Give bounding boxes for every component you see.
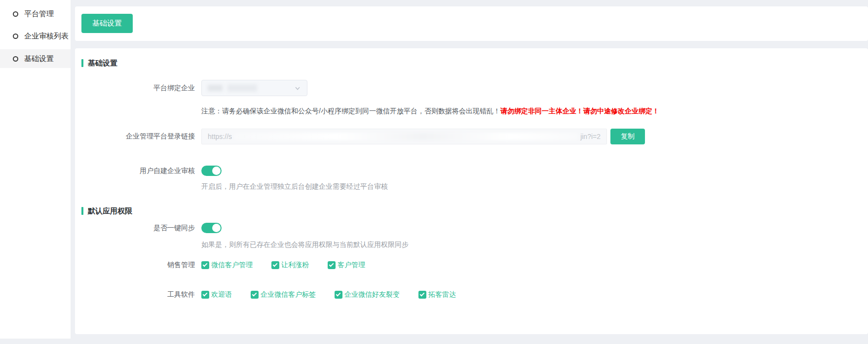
platform-bind-select[interactable] [201,80,307,96]
checkbox-checked-icon [418,291,426,299]
sidebar-item-enterprise-review-list[interactable]: 企业审核列表 [0,25,71,47]
note-warning-text: 请勿绑定非同一主体企业！请勿中途修改企业绑定！ [500,107,659,115]
tab-bar-card: 基础设置 [75,6,868,41]
checkbox-checked-icon [328,261,336,269]
note-normal-text: 注意：请务必确保该企业微信和公众号/小程序绑定到同一微信开放平台，否则数据将会出… [201,107,500,115]
check-icon [203,262,208,267]
sidebar-item-basic-settings[interactable]: 基础设置 [0,49,71,68]
section-accent-bar [81,59,83,67]
checkbox-wechat-customer-management[interactable]: 微信客户管理 [201,261,253,270]
sidebar-item-label: 平台管理 [24,9,54,19]
redacted-text-blob [208,85,223,91]
tool-software-row: 工具软件 欢迎语 企业微信客户标签 企业微信好友裂变 拓客雷达 [81,290,868,299]
platform-bind-note-row: 注意：请务必确保该企业微信和公众号/小程序绑定到同一微信开放平台，否则数据将会出… [81,107,868,116]
checkbox-customer-radar[interactable]: 拓客雷达 [418,290,456,299]
self-audit-helper-row: 开启后，用户在企业管理独立后台创建企业需要经过平台审核 [81,182,868,191]
sidebar: 平台管理 企业审核列表 基础设置 [0,0,71,339]
section-header-default-permissions: 默认应用权限 [81,206,868,216]
checkbox-profit-fans-growth[interactable]: 让利涨粉 [271,261,309,270]
one-key-sync-row: 是否一键同步 [81,223,868,233]
check-icon [329,262,334,267]
checkbox-customer-management[interactable]: 客户管理 [328,261,365,270]
toggle-knob [212,224,221,232]
copy-button[interactable]: 复制 [610,129,645,144]
one-key-sync-helper-row: 如果是，则所有已存在企业也会将应用权限与当前默认应用权限同步 [81,241,868,249]
checkbox-checked-icon [201,261,209,269]
section-title-text: 基础设置 [88,59,117,68]
circle-bullet-icon [13,56,18,62]
platform-bind-row: 平台绑定企业 [81,80,868,96]
one-key-sync-toggle[interactable] [201,223,222,233]
checkbox-wecom-friend-fission[interactable]: 企业微信好友裂变 [335,290,400,299]
login-link-row: 企业管理平台登录链接 https://s jin?i=2 复制 [81,129,868,144]
checkbox-checked-icon [271,261,279,269]
check-icon [203,292,208,297]
section-title-text: 默认应用权限 [88,206,132,216]
circle-bullet-icon [13,11,18,17]
settings-form-card: 基础设置 平台绑定企业 注意：请务必确保该企业微信和公众号/小程序绑定到同一微信… [75,48,868,334]
section-accent-bar [81,207,83,215]
self-audit-toggle[interactable] [201,166,222,176]
circle-bullet-icon [13,34,18,39]
tab-basic-settings[interactable]: 基础设置 [81,14,133,33]
self-audit-label: 用户自建企业审核 [81,167,195,175]
checkbox-checked-icon [335,291,342,299]
sidebar-item-platform-management[interactable]: 平台管理 [0,3,71,25]
login-link-label: 企业管理平台登录链接 [81,132,195,141]
chevron-down-icon [294,85,301,92]
redacted-text-blob [227,84,257,92]
tool-software-label: 工具软件 [81,290,195,299]
one-key-sync-helper: 如果是，则所有已存在企业也会将应用权限与当前默认应用权限同步 [201,241,409,249]
check-icon [252,292,257,297]
checkbox-checked-icon [251,291,259,299]
redacted-url-blob [234,133,578,140]
platform-bind-note: 注意：请务必确保该企业微信和公众号/小程序绑定到同一微信开放平台，否则数据将会出… [201,107,659,116]
check-icon [336,292,341,297]
sidebar-item-label: 企业审核列表 [24,32,69,41]
check-icon [420,292,425,297]
platform-bind-label: 平台绑定企业 [81,84,195,93]
url-prefix-text: https://s [208,133,232,140]
checkbox-wecom-customer-tags[interactable]: 企业微信客户标签 [251,290,316,299]
checkbox-checked-icon [201,291,209,299]
sidebar-item-label: 基础设置 [24,54,54,64]
login-link-input[interactable]: https://s jin?i=2 [201,129,607,144]
url-suffix-text: jin?i=2 [580,133,601,140]
self-audit-helper: 开启后，用户在企业管理独立后台创建企业需要经过平台审核 [201,182,388,191]
toggle-knob [212,167,221,175]
self-audit-row: 用户自建企业审核 [81,166,868,176]
sales-management-label: 销售管理 [81,261,195,270]
checkbox-welcome-message[interactable]: 欢迎语 [201,290,232,299]
section-header-basic-settings: 基础设置 [81,58,868,68]
check-icon [273,262,278,267]
sales-management-row: 销售管理 微信客户管理 让利涨粉 客户管理 [81,261,868,270]
one-key-sync-label: 是否一键同步 [81,224,195,233]
